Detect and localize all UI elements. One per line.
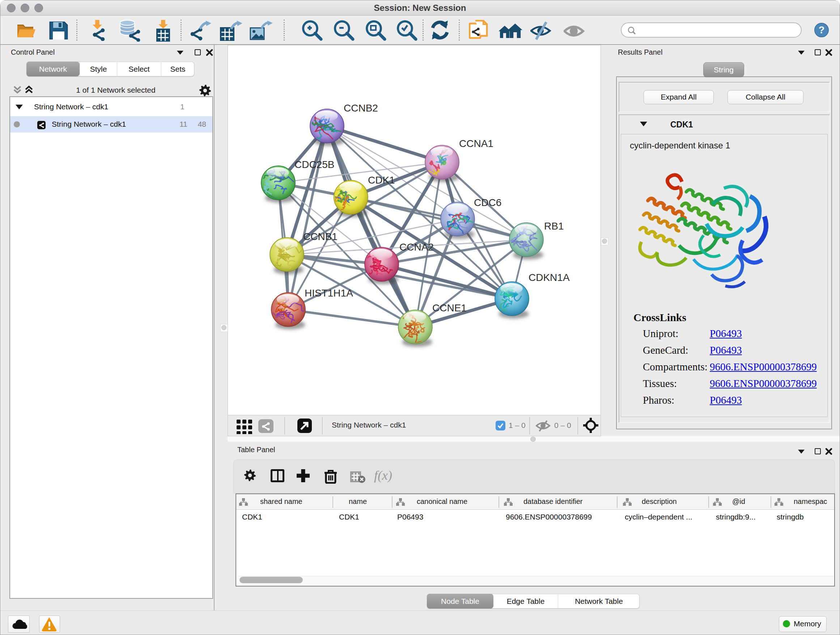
svg-text:CDK1: CDK1 — [368, 174, 395, 186]
svg-text:CDC6: CDC6 — [474, 197, 501, 208]
svg-text:CCNE1: CCNE1 — [432, 302, 467, 314]
svg-text:CDC25B: CDC25B — [294, 159, 334, 170]
svg-text:RB1: RB1 — [544, 220, 564, 232]
svg-text:CCNB2: CCNB2 — [344, 103, 378, 114]
svg-text:CCNA2: CCNA2 — [399, 241, 434, 253]
svg-text:HIST1H1A: HIST1H1A — [305, 287, 353, 299]
svg-text:CCNB1: CCNB1 — [303, 231, 338, 242]
svg-text:CDKN1A: CDKN1A — [529, 272, 570, 283]
svg-text:CCNA1: CCNA1 — [459, 138, 493, 149]
